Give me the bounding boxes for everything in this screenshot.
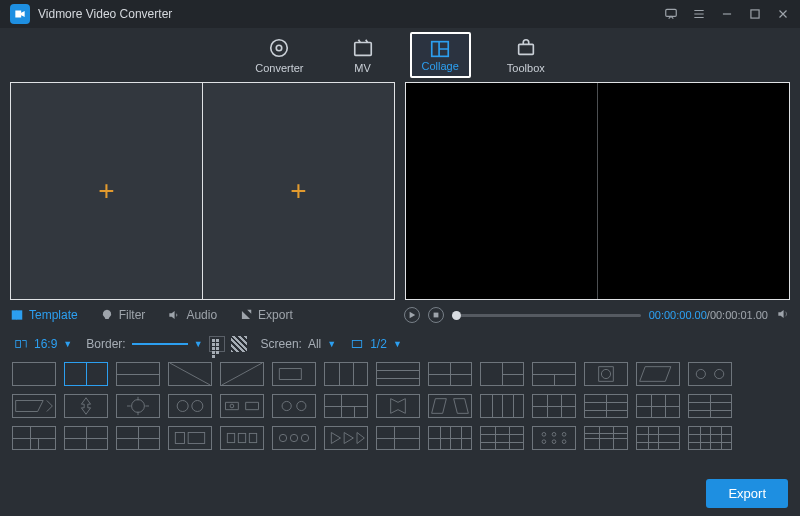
nav-mv-label: MV <box>354 62 371 74</box>
aspect-ratio-select[interactable]: 16:9 ▼ <box>14 337 72 351</box>
add-icon: + <box>290 175 306 207</box>
tab-audio-label: Audio <box>186 308 217 322</box>
layout-option[interactable] <box>688 362 732 386</box>
stop-button[interactable] <box>428 307 444 323</box>
layout-option[interactable] <box>584 362 628 386</box>
layout-option[interactable] <box>220 362 264 386</box>
border-style-select[interactable] <box>132 343 188 345</box>
svg-rect-0 <box>666 9 677 16</box>
seek-track[interactable] <box>452 314 641 317</box>
screen-label: Screen: <box>261 337 302 351</box>
tab-filter-label: Filter <box>119 308 146 322</box>
tab-audio[interactable]: Audio <box>167 308 217 322</box>
chevron-down-icon: ▼ <box>63 339 72 349</box>
layout-option[interactable] <box>428 394 472 418</box>
svg-point-33 <box>562 440 566 444</box>
layout-option[interactable] <box>64 394 108 418</box>
collage-slot-2[interactable]: + <box>203 83 394 299</box>
layout-option[interactable] <box>480 394 524 418</box>
page-value: 1/2 <box>370 337 387 351</box>
time-total: 00:00:01.00 <box>710 309 768 321</box>
feedback-icon[interactable] <box>664 7 678 21</box>
layout-option[interactable] <box>324 362 368 386</box>
chevron-down-icon[interactable]: ▼ <box>194 339 203 349</box>
layout-option[interactable] <box>636 394 680 418</box>
svg-point-32 <box>552 440 556 444</box>
close-button[interactable] <box>776 7 790 21</box>
layout-option[interactable] <box>636 362 680 386</box>
layout-option[interactable] <box>168 426 212 450</box>
layout-option[interactable] <box>64 426 108 450</box>
layout-option[interactable] <box>116 362 160 386</box>
layout-option[interactable] <box>376 394 420 418</box>
layout-option[interactable] <box>532 362 576 386</box>
nav-collage[interactable]: Collage <box>422 38 459 72</box>
menu-icon[interactable] <box>692 7 706 21</box>
layout-option[interactable] <box>64 362 108 386</box>
layout-option[interactable] <box>324 426 368 450</box>
layout-option[interactable] <box>688 394 732 418</box>
tab-filter[interactable]: Filter <box>100 308 146 322</box>
chevron-down-icon: ▼ <box>393 339 402 349</box>
layout-option[interactable] <box>584 426 628 450</box>
seek-thumb[interactable] <box>452 311 461 320</box>
maximize-button[interactable] <box>748 7 762 21</box>
export-button[interactable]: Export <box>706 479 788 508</box>
svg-rect-21 <box>188 433 205 444</box>
collage-slot-1[interactable]: + <box>11 83 203 299</box>
svg-point-26 <box>290 434 297 441</box>
tab-export-label: Export <box>258 308 293 322</box>
layout-option[interactable] <box>532 426 576 450</box>
border-label: Border: <box>86 337 125 351</box>
svg-rect-9 <box>16 341 21 348</box>
svg-rect-8 <box>434 313 439 318</box>
nav-collage-label: Collage <box>422 60 459 72</box>
layout-option[interactable] <box>12 362 56 386</box>
border-color-picker[interactable] <box>209 336 225 352</box>
layout-option[interactable] <box>376 362 420 386</box>
nav-converter[interactable]: Converter <box>255 37 303 74</box>
layout-option[interactable] <box>688 426 732 450</box>
camera-icon <box>13 7 27 21</box>
layout-option[interactable] <box>12 394 56 418</box>
layout-option[interactable] <box>116 426 160 450</box>
workspace: + + <box>0 82 800 300</box>
layout-option[interactable] <box>272 362 316 386</box>
svg-rect-1 <box>751 10 759 18</box>
template-icon <box>10 308 24 322</box>
layout-option[interactable] <box>584 394 628 418</box>
border-pattern-picker[interactable] <box>231 336 247 352</box>
layout-option[interactable] <box>376 426 420 450</box>
app-logo <box>10 4 30 24</box>
layout-option[interactable] <box>220 394 264 418</box>
layout-option[interactable] <box>272 426 316 450</box>
layout-option[interactable] <box>480 426 524 450</box>
nav-toolbox[interactable]: Toolbox <box>507 37 545 74</box>
svg-point-30 <box>562 433 566 437</box>
layout-option[interactable] <box>12 426 56 450</box>
tab-export[interactable]: Export <box>239 308 293 322</box>
layout-option[interactable] <box>116 394 160 418</box>
layout-option[interactable] <box>480 362 524 386</box>
layout-option[interactable] <box>532 394 576 418</box>
svg-point-25 <box>279 434 286 441</box>
tab-template[interactable]: Template <box>10 308 78 322</box>
nav-mv[interactable]: MV <box>352 37 374 74</box>
layout-option[interactable] <box>168 362 212 386</box>
filter-icon <box>100 308 114 322</box>
minimize-button[interactable] <box>720 7 734 21</box>
page-indicator[interactable]: 1/2 ▼ <box>350 337 402 351</box>
layout-option[interactable] <box>324 394 368 418</box>
play-button[interactable] <box>404 307 420 323</box>
layout-option[interactable] <box>428 362 472 386</box>
layout-option[interactable] <box>636 426 680 450</box>
svg-point-29 <box>552 433 556 437</box>
layout-option[interactable] <box>428 426 472 450</box>
layout-option[interactable] <box>220 426 264 450</box>
layout-option[interactable] <box>272 394 316 418</box>
add-icon: + <box>98 175 114 207</box>
volume-icon[interactable] <box>776 307 790 324</box>
layout-option[interactable] <box>168 394 212 418</box>
screen-select[interactable]: Screen: All ▼ <box>261 337 337 351</box>
border-control: Border: ▼ <box>86 336 246 352</box>
